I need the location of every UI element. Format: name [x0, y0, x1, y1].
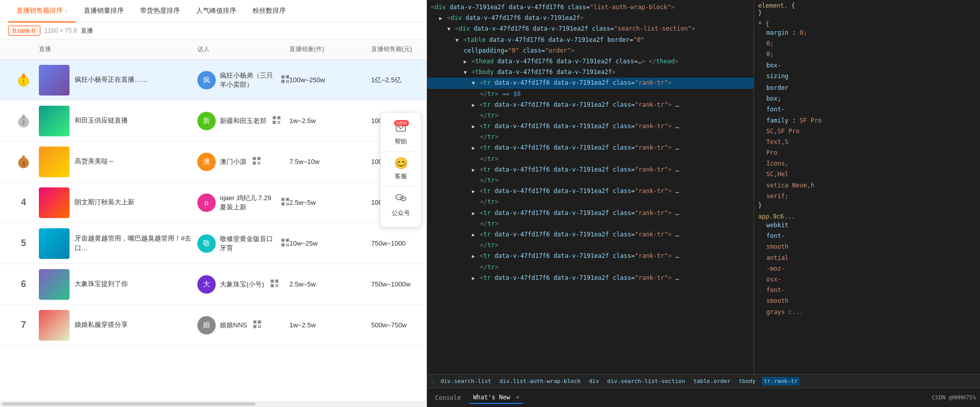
whats-new-close[interactable]: ×: [516, 394, 519, 401]
svg-rect-23: [274, 122, 275, 123]
devtools-console-bar: Console What's New × CSDN @HHHH75%: [427, 388, 980, 407]
toolbar-tag[interactable]: tr.rank-tr: [8, 26, 40, 36]
html-line[interactable]: ▶ <tr data-v-47fd17f6 data-v-7191ea2f cl…: [427, 142, 754, 153]
devtools-html-panel[interactable]: <div data-v-7191ea2f data-v-47fd17f6 cla…: [427, 0, 754, 374]
html-line[interactable]: ▼ <tr data-v-47fd17f6 data-v-7191ea2f cl…: [427, 78, 754, 88]
html-line[interactable]: ▶ <tr data-v-47fd17f6 data-v-7191ea2f cl…: [427, 251, 754, 261]
svg-rect-50: [286, 204, 287, 205]
html-line[interactable]: ▶ <div data-v-47fd17f6 data-v-7191ea2f>: [427, 13, 754, 23]
svg-rect-12: [286, 82, 287, 83]
toolbar-label: 直播: [81, 27, 93, 35]
float-menu-wechat[interactable]: 公众号: [381, 186, 421, 223]
author-cell: 疯 疯狂小杨弟（三只羊小卖部）: [197, 71, 289, 89]
html-line[interactable]: ▶ <tr data-v-47fd17f6 data-v-7191ea2f cl…: [427, 121, 754, 132]
tab-fans-count[interactable]: 粉丝数排序: [244, 0, 294, 22]
author-name: 新疆和田玉老郑: [220, 116, 266, 126]
html-line[interactable]: ▶ <tr data-v-47fd17f6 data-v-7191ea2f cl…: [427, 186, 754, 197]
svg-rect-26: [278, 123, 279, 124]
volume-cell: 1w~2.5w: [289, 117, 371, 125]
breadcrumb-table-order[interactable]: table.order: [691, 377, 733, 386]
html-line[interactable]: </tr>: [427, 240, 754, 251]
breadcrumb-tbody[interactable]: tbody: [737, 377, 758, 386]
volume-cell: 10w~25w: [289, 240, 371, 247]
svg-rect-41: [259, 163, 260, 164]
qr-icon: [272, 116, 281, 126]
table-row[interactable]: 7 娘娘私服穿搭分享 娘 娘娘NNS: [0, 305, 426, 346]
svg-rect-65: [276, 280, 278, 282]
table-header: 直播 达人 直播销量(件) 直播销售额(元) 带货热: [0, 39, 426, 60]
scroll-bottom[interactable]: [0, 401, 426, 407]
html-line[interactable]: ▼ <tbody data-v-47fd17f6 data-v-7191ea2f…: [427, 67, 754, 78]
qr-icon: [281, 198, 289, 208]
html-line[interactable]: </tr> == $0: [427, 89, 754, 100]
stream-title: 娘娘私服穿搭分享: [75, 320, 128, 329]
breadcrumb-rank-tr[interactable]: tr.rank-tr: [762, 377, 800, 386]
html-line[interactable]: </tr>: [427, 175, 754, 186]
html-line[interactable]: ▼ <div data-v-47fd17f6 data-v-7191ea2f c…: [427, 23, 754, 34]
devtools-styles-panel[interactable]: element. { } * { margin : 0; 0; 0;: [754, 0, 980, 374]
html-line[interactable]: ▶ <tr data-v-47fd17f6 data-v-7191ea2f cl…: [427, 164, 754, 175]
service-label: 客服: [395, 172, 407, 181]
html-line[interactable]: ▶ <tr data-v-47fd17f6 data-v-7191ea2f cl…: [427, 100, 754, 110]
rank-cell: 6: [8, 279, 39, 290]
table-row[interactable]: 6 大象珠宝提到了你 大 大象珠宝(小号): [0, 264, 426, 305]
rank-cell: 7: [8, 320, 39, 330]
stream-thumbnail: [39, 187, 70, 218]
rank-cell: 4: [8, 197, 39, 208]
html-line[interactable]: </tr>: [427, 219, 754, 229]
tab-sales-volume[interactable]: 直播销量排序: [76, 0, 132, 22]
svg-rect-10: [286, 80, 287, 81]
table-row[interactable]: 4 朗文斯汀秋装大上新 o ojaer 鸡纪儿 7.29夏装上新: [0, 182, 426, 223]
html-line[interactable]: </tr>: [427, 262, 754, 273]
html-line[interactable]: </tr>: [427, 132, 754, 142]
whats-new-tab[interactable]: What's New ×: [469, 392, 524, 404]
breadcrumb-dots: …: [431, 378, 435, 385]
breadcrumb-search-list[interactable]: div.search-list: [439, 377, 493, 386]
svg-rect-30: [22, 156, 25, 160]
svg-text:1: 1: [22, 79, 25, 85]
html-line[interactable]: <div data-v-7191ea2f data-v-47fd17f6 cla…: [427, 2, 754, 13]
csdn-label: CSDN @HHHH75%: [932, 394, 976, 401]
svg-rect-68: [276, 284, 277, 285]
svg-rect-79: [260, 325, 261, 326]
author-cell: 澳 澳门小源: [197, 153, 289, 171]
console-tab[interactable]: Console: [431, 392, 465, 403]
html-line[interactable]: </tr>: [427, 110, 754, 121]
breadcrumb-div[interactable]: div: [587, 377, 601, 386]
html-line[interactable]: ▶ <tr data-v-47fd17f6 data-v-7191ea2f cl…: [427, 273, 754, 283]
breadcrumb-list-auth[interactable]: div.list-auth-wrap-block: [497, 377, 583, 386]
stream-cell: 娘娘私服穿搭分享: [39, 310, 197, 341]
html-line[interactable]: ▼ <table data-v-47fd17f6 data-v-7191ea2f…: [427, 35, 754, 45]
html-line[interactable]: </tr>: [427, 154, 754, 164]
table-row[interactable]: 5 牙齿越黄越管用，嘴巴越臭越管用！#去口… 敬 敬修堂黄金版音口牙育: [0, 223, 426, 264]
table-row[interactable]: 2 和田玉供应链直播 新 新疆和田玉老郑: [0, 101, 426, 141]
devtools-breadcrumb: … div.search-list div.list-auth-wrap-blo…: [427, 374, 980, 388]
left-panel: 直播销售额排序 ↓ 直播销量排序 带货热度排序 人气峰值排序 粉丝数排序 tr.…: [0, 0, 427, 407]
html-line[interactable]: </tr>: [427, 197, 754, 207]
svg-marker-3: [22, 73, 25, 75]
html-line[interactable]: ▶ <thead data-v-47fd17f6 data-v-7191ea2f…: [427, 56, 754, 67]
stream-title: 大象珠宝提到了你: [75, 279, 128, 289]
float-menu-service[interactable]: 😊 客服: [381, 152, 421, 186]
float-menu-help[interactable]: NEW 帮助: [381, 117, 421, 151]
author-avatar: 新: [197, 112, 216, 130]
author-cell: 敬 敬修堂黄金版音口牙育: [197, 234, 289, 253]
qr-icon: [253, 320, 261, 330]
wechat-label: 公众号: [392, 209, 410, 218]
table-row[interactable]: 3 高货美美哒～ 澳 澳门小源: [0, 141, 426, 182]
volume-cell: 7.5w~10w: [289, 158, 371, 165]
html-line[interactable]: ▶ <tr data-v-47fd17f6 data-v-7191ea2f cl…: [427, 229, 754, 240]
stream-cell: 高货美美哒～: [39, 147, 197, 177]
html-line[interactable]: cellpadding="0" class="order">: [427, 45, 754, 56]
author-cell: 新 新疆和田玉老郑: [197, 112, 289, 130]
table-row[interactable]: 1 疯狂小杨哥正在直播…… 疯 疯狂小杨弟（三只羊小卖部）: [0, 60, 426, 101]
html-line[interactable]: ▶ <tr data-v-47fd17f6 data-v-7191ea2f cl…: [427, 208, 754, 219]
stream-title: 和田玉供应链直播: [75, 116, 128, 125]
author-avatar: o: [197, 194, 216, 212]
author-name: 疯狂小杨弟（三只羊小卖部）: [220, 71, 275, 89]
tab-sales-amount[interactable]: 直播销售额排序 ↓: [8, 0, 76, 22]
breadcrumb-search-list-section[interactable]: div.search-list-section: [605, 377, 687, 386]
tab-goods-heat[interactable]: 带货热度排序: [132, 0, 188, 22]
tab-popularity-peak[interactable]: 人气峰值排序: [188, 0, 244, 22]
svg-rect-70: [276, 286, 277, 287]
